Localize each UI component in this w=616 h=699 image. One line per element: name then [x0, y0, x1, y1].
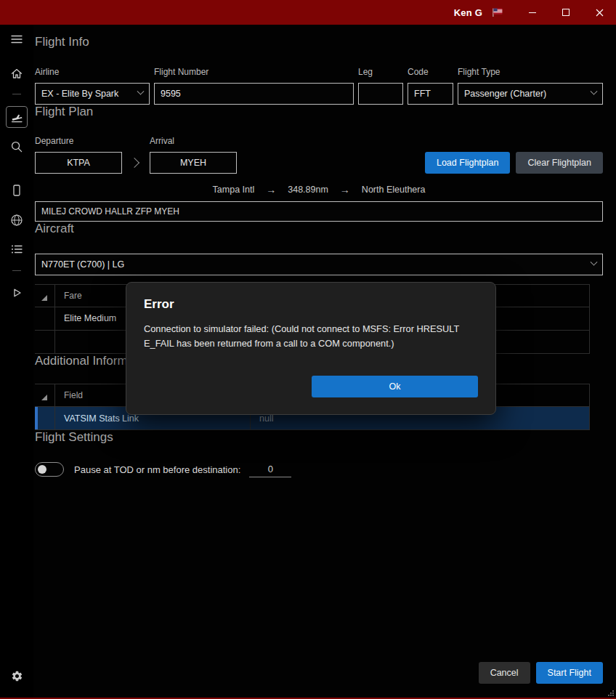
close-button[interactable] [583, 0, 616, 25]
origin-name: Tampa Intl [213, 185, 255, 195]
sidebar-item-flight[interactable] [6, 106, 28, 128]
chevron-right-icon [129, 158, 139, 168]
flight-type-label: Flight Type [458, 67, 603, 77]
error-dialog: Error Connection to simulator failed: (C… [126, 282, 496, 415]
flight-type-value: Passenger (Charter) [464, 89, 546, 99]
dialog-ok-button[interactable]: Ok [312, 376, 478, 397]
minimize-icon [529, 12, 536, 13]
pause-setting-row: Pause at TOD or nm before destination: [35, 462, 603, 477]
dialog-title: Error [144, 297, 478, 312]
pause-distance-input[interactable] [249, 462, 291, 477]
home-icon[interactable] [7, 64, 26, 83]
chevron-down-icon [137, 88, 145, 95]
titlebar-drag-region[interactable] [0, 0, 454, 25]
minimize-button[interactable] [516, 0, 549, 25]
departure-input[interactable] [35, 152, 122, 174]
code-input[interactable] [408, 83, 453, 105]
maximize-icon [562, 9, 570, 16]
sidebar-divider [12, 94, 21, 94]
leg-label: Leg [358, 67, 403, 77]
flight-number-label: Flight Number [154, 67, 354, 77]
route-summary: Tampa Intl → 348.89nm → North Eleuthera [35, 184, 603, 195]
airline-value: EX - Elite By Spark [41, 89, 118, 99]
airline-label: Airline [35, 67, 150, 77]
maximize-button[interactable] [549, 0, 583, 25]
flag-icon [491, 7, 504, 17]
flight-number-input[interactable] [154, 83, 354, 105]
footer-actions: Cancel Start Flight [479, 662, 603, 684]
arrow-right-icon: → [266, 184, 276, 195]
flight-takeoff-icon [10, 110, 23, 124]
titlebar-user-name: Ken G [454, 7, 482, 18]
clear-flightplan-button[interactable]: Clear Flightplan [516, 152, 603, 174]
flight-settings-heading: Flight Settings [35, 430, 603, 445]
sidebar-divider [12, 270, 21, 271]
flight-plan-row: Departure Arrival Load Flightplan Clear … [35, 136, 603, 174]
load-flightplan-button[interactable]: Load Flightplan [425, 152, 510, 174]
code-label: Code [408, 67, 453, 77]
dialog-message: Connection to simulator failed: (Could n… [144, 322, 478, 351]
flight-info-heading: Flight Info [35, 35, 603, 49]
departure-label: Departure [35, 136, 122, 146]
route-distance: 348.89nm [288, 185, 328, 195]
destination-name: North Eleuthera [362, 185, 426, 195]
fare-cell: Elite Medium [64, 313, 116, 323]
chevron-down-icon [591, 88, 598, 95]
settings-gear-icon[interactable] [7, 666, 26, 685]
aircraft-heading: Aircraft [35, 222, 603, 236]
chevron-down-icon [591, 259, 598, 266]
leg-input[interactable] [358, 83, 403, 105]
search-icon[interactable] [7, 137, 26, 156]
flight-plan-heading: Flight Plan [35, 105, 603, 119]
route-input[interactable] [35, 201, 603, 222]
select-all-triangle-icon [41, 295, 47, 301]
menu-icon[interactable] [7, 30, 26, 49]
field-cell: VATSIM Stats Link [64, 413, 139, 424]
start-flight-button[interactable]: Start Flight [536, 662, 603, 684]
sidebar [0, 25, 33, 698]
airline-select[interactable]: EX - Elite By Spark [35, 83, 150, 105]
app-window: Ken G [0, 0, 616, 699]
arrow-right-icon: → [340, 184, 350, 195]
globe-icon[interactable] [7, 211, 26, 230]
select-all-corner[interactable] [35, 384, 55, 406]
arrival-label: Arrival [150, 136, 237, 146]
toggle-knob [38, 465, 46, 474]
device-icon[interactable] [7, 181, 26, 200]
play-icon[interactable] [7, 283, 26, 302]
aircraft-value: N770ET (C700) | LG [41, 259, 124, 270]
cancel-button[interactable]: Cancel [479, 662, 530, 684]
resize-grip[interactable] [606, 687, 615, 695]
select-all-triangle-icon [41, 395, 47, 400]
pause-label: Pause at TOD or nm before destination: [74, 464, 240, 475]
close-icon [596, 9, 604, 17]
titlebar: Ken G [0, 0, 616, 25]
aircraft-select[interactable]: N770ET (C700) | LG [35, 254, 603, 275]
list-icon[interactable] [7, 240, 26, 259]
pause-toggle[interactable] [35, 462, 64, 477]
flight-type-select[interactable]: Passenger (Charter) [458, 83, 603, 105]
arrival-input[interactable] [150, 152, 237, 174]
select-all-corner[interactable] [35, 285, 55, 307]
flight-info-form: Airline EX - Elite By Spark Flight Numbe… [35, 67, 603, 105]
